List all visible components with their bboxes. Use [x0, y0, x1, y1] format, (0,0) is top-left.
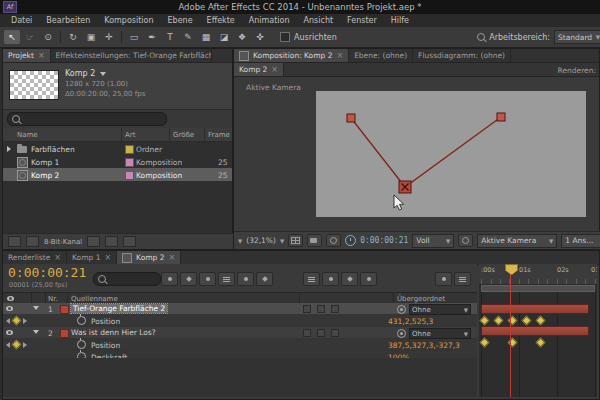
layer-1-duration-bar[interactable]: [481, 304, 589, 314]
comp-mini-flowchart-button[interactable]: [161, 272, 178, 286]
keyframe-square[interactable]: [497, 113, 505, 121]
property-value[interactable]: 431,2,525,3: [388, 317, 433, 326]
zoom-tool-button[interactable]: ⊙: [40, 30, 56, 44]
interpret-footage-button[interactable]: [8, 236, 21, 247]
layer-2-duration-bar[interactable]: [481, 326, 589, 336]
expand-in-out-button[interactable]: [341, 272, 358, 286]
timeline-search-input[interactable]: [93, 272, 161, 286]
expand-transfer-controls-button[interactable]: [322, 272, 339, 286]
keyframe-icon[interactable]: [522, 316, 532, 326]
label-chip[interactable]: [125, 145, 134, 154]
menu-datei[interactable]: Datei: [4, 16, 39, 25]
camera-tool-button[interactable]: ▣: [83, 30, 99, 44]
new-folder-button[interactable]: [87, 236, 100, 247]
region-of-interest-button[interactable]: [458, 234, 473, 247]
tab-ebene[interactable]: Ebene: (ohne): [349, 49, 413, 62]
chevron-down-icon[interactable]: ▼: [238, 238, 242, 244]
selection-tool-button[interactable]: ↖: [4, 30, 20, 44]
switch-icon[interactable]: [331, 329, 339, 337]
menu-fenster[interactable]: Fenster: [340, 16, 384, 25]
layer-2-position-row[interactable]: Position 387,5,327,3,-327,3: [3, 339, 477, 351]
comp-current-time[interactable]: 0:00:00:21: [360, 236, 408, 245]
twirl-icon[interactable]: [33, 306, 39, 310]
menu-komposition[interactable]: Komposition: [97, 16, 160, 25]
pickwhip-icon[interactable]: [397, 329, 406, 338]
work-area-bar[interactable]: [481, 285, 595, 292]
close-icon[interactable]: ×: [271, 66, 278, 74]
graph-editor-button[interactable]: [256, 272, 273, 286]
time-ruler[interactable]: :00s 01s 02s 03s: [479, 264, 597, 285]
view-layout-dropdown[interactable]: 1 Ans... ▼: [561, 234, 600, 248]
menu-effekte[interactable]: Effekte: [200, 16, 242, 25]
column-name[interactable]: Name: [17, 131, 38, 139]
close-icon[interactable]: ×: [104, 254, 111, 262]
close-icon[interactable]: ×: [54, 254, 61, 262]
workspace-dropdown[interactable]: Standard ▼: [554, 30, 600, 44]
keyframe-icon[interactable]: [480, 316, 490, 326]
current-timecode[interactable]: 0:00:00:21: [8, 265, 86, 280]
switch-icon[interactable]: [331, 305, 339, 313]
parent-dropdown[interactable]: Ohne ▼: [409, 328, 471, 339]
snapshot-button[interactable]: [307, 234, 322, 247]
project-row-komp2[interactable]: Komp 2 Komposition 25: [3, 168, 232, 181]
twirl-icon[interactable]: [33, 330, 39, 334]
next-keyframe-icon[interactable]: [23, 342, 27, 348]
previous-keyframe-icon[interactable]: [6, 342, 10, 348]
timeline-track-area[interactable]: [479, 292, 597, 397]
viewer-tab-komp2[interactable]: Komp 2 ×: [234, 63, 284, 76]
type-tool-button[interactable]: T: [162, 30, 178, 44]
roto-brush-tool-button[interactable]: ❖: [234, 30, 250, 44]
switch-icon[interactable]: [317, 305, 325, 313]
timeline-menu-button[interactable]: [454, 272, 471, 286]
new-composition-button[interactable]: [105, 236, 118, 247]
auto-keyframe-button[interactable]: [435, 272, 452, 286]
property-label[interactable]: Position: [91, 341, 120, 350]
switch-icon[interactable]: [317, 329, 325, 337]
tab-komposition-komp2[interactable]: Komposition: Komp 2 ×: [234, 49, 349, 62]
delete-item-button[interactable]: [123, 236, 136, 247]
previous-keyframe-icon[interactable]: [6, 318, 10, 324]
camera-view-dropdown[interactable]: Aktive Kamera ▼: [477, 234, 557, 248]
expand-render-time-button[interactable]: [360, 272, 377, 286]
project-row-farbflaechen[interactable]: Farbflächen Ordner: [3, 142, 232, 155]
column-art[interactable]: Art: [125, 131, 135, 139]
tab-komp2[interactable]: Komp 2 ×: [117, 251, 181, 264]
label-chip[interactable]: [60, 305, 69, 314]
stopwatch-icon[interactable]: [77, 316, 86, 325]
column-nr[interactable]: Nr.: [48, 295, 58, 303]
pen-tool-button[interactable]: ✒: [144, 30, 160, 44]
tab-projekt[interactable]: Projekt ×: [3, 49, 51, 62]
draft-3d-button[interactable]: [180, 272, 197, 286]
column-uebergeordnet[interactable]: Übergeordnet: [397, 295, 445, 303]
grid-guides-button[interactable]: [288, 234, 303, 247]
property-label[interactable]: Position: [91, 317, 120, 326]
column-groesse[interactable]: Größe: [173, 131, 194, 139]
tab-flussdiagramm[interactable]: Flussdiagramm: (ohne): [413, 49, 511, 62]
label-chip[interactable]: [125, 171, 134, 180]
shape-tool-button[interactable]: ▭: [126, 30, 142, 44]
tab-effekteinstellungen[interactable]: Effekteinstellungen: Tief-Orange Farbflä…: [51, 49, 212, 62]
keyframe-icon[interactable]: [480, 338, 490, 348]
close-icon[interactable]: ×: [168, 254, 175, 262]
tab-komp1[interactable]: Komp 1 ×: [67, 251, 117, 264]
pan-behind-tool-button[interactable]: ✛: [101, 30, 117, 44]
column-divider[interactable]: [169, 128, 170, 141]
switch-icon[interactable]: [303, 329, 311, 337]
brush-tool-button[interactable]: ✎: [180, 30, 196, 44]
layer-1-position-row[interactable]: Position 431,2,525,3: [3, 315, 477, 327]
menu-animation[interactable]: Animation: [242, 16, 297, 25]
column-divider[interactable]: [204, 128, 205, 141]
add-keyframe-icon[interactable]: [12, 340, 22, 350]
rotation-tool-button[interactable]: ↻: [65, 30, 81, 44]
menu-ansicht[interactable]: Ansicht: [297, 16, 341, 25]
expand-layer-switches-button[interactable]: [303, 272, 320, 286]
composition-viewport[interactable]: [316, 91, 586, 217]
snap-checkbox[interactable]: [280, 32, 290, 42]
menu-ebene[interactable]: Ebene: [161, 16, 200, 25]
project-row-komp1[interactable]: Komp 1 Komposition 25: [3, 155, 232, 168]
tab-renderliste[interactable]: Renderliste ×: [3, 251, 67, 264]
layer-name[interactable]: Tief-Orange Farbfläche 2: [71, 304, 167, 313]
layer-row-2[interactable]: 2 Was ist denn Hier Los? Ohne ▼: [3, 327, 477, 339]
hide-shy-layers-button[interactable]: [199, 272, 216, 286]
menu-bearbeiten[interactable]: Bearbeiten: [39, 16, 97, 25]
